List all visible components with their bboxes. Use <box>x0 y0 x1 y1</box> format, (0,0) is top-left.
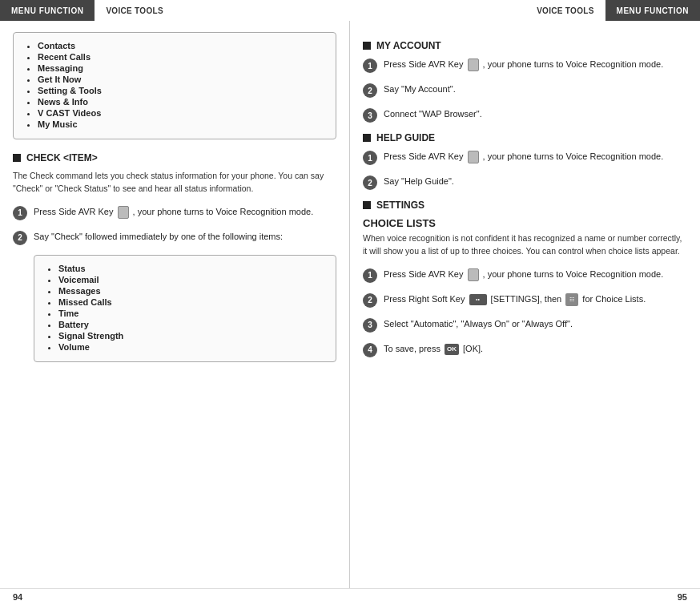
help-guide-step-2-text: Say "Help Guide". <box>384 175 687 188</box>
list-item: Get It Now <box>38 75 324 84</box>
choice-lists-heading: CHOICE LISTS <box>363 217 687 229</box>
check-item-description: The Check command lets you check status … <box>13 170 336 196</box>
page-number-left: 94 <box>13 592 22 602</box>
section-square-icon <box>13 154 21 162</box>
list-item: Messaging <box>38 63 324 73</box>
check-list: Status Voicemail Messages Missed Calls T… <box>46 264 324 352</box>
my-account-title: MY ACCOUNT <box>376 40 441 51</box>
list-item: Contacts <box>38 41 324 50</box>
check-item-heading: CHECK <ITEM> <box>13 152 336 163</box>
step-num-1: 1 <box>363 151 377 165</box>
section-square-icon <box>363 134 371 142</box>
step-num-1: 1 <box>363 58 377 73</box>
section-square-icon <box>363 42 371 50</box>
list-item: Battery <box>58 320 324 329</box>
step-num-2: 2 <box>363 83 377 98</box>
help-guide-step-2: 2 Say "Help Guide". <box>363 175 687 190</box>
list-item: Time <box>58 309 324 318</box>
check-step-1: 1 Press Side AVR Key , your phone turns … <box>13 205 336 220</box>
header-right: VOICE TOOLS MENU FUNCTION <box>350 0 700 21</box>
list-item: Recent Calls <box>38 52 324 62</box>
header-bar: MENU FUNCTION VOICE TOOLS VOICE TOOLS ME… <box>0 0 700 21</box>
step-num-2: 2 <box>363 175 377 190</box>
help-guide-heading: HELP GUIDE <box>363 132 687 143</box>
list-item: Voicemail <box>58 275 324 284</box>
tab-menu-function-right[interactable]: MENU FUNCTION <box>605 0 700 21</box>
choice-lists-description: When voice recognition is not confident … <box>363 232 687 258</box>
avr-key-icon <box>468 58 479 71</box>
header-left: MENU FUNCTION VOICE TOOLS <box>0 0 350 21</box>
step-num-1: 1 <box>363 268 377 283</box>
avr-key-icon <box>468 268 479 281</box>
list-item: Status <box>58 264 324 273</box>
my-account-step-2: 2 Say "My Account". <box>363 83 687 98</box>
settings-key-icon: •• <box>469 294 487 305</box>
settings-heading: SETTINGS <box>363 200 687 211</box>
menu-key-icon: ☷ <box>565 293 578 306</box>
step-num-3: 3 <box>363 108 377 123</box>
my-account-heading: MY ACCOUNT <box>363 40 687 51</box>
settings-title: SETTINGS <box>376 200 424 211</box>
page-wrapper: Contacts Recent Calls Messaging Get It N… <box>0 21 700 588</box>
choice-step-1: 1 Press Side AVR Key , your phone turns … <box>363 268 687 283</box>
tab-voice-tools-right[interactable]: VOICE TOOLS <box>525 0 605 21</box>
choice-step-2: 2 Press Right Soft Key •• [SETTINGS], th… <box>363 292 687 308</box>
section-square-icon <box>363 201 371 209</box>
avr-key-icon <box>118 206 129 219</box>
left-column: Contacts Recent Calls Messaging Get It N… <box>0 21 350 588</box>
choice-step-3: 3 Select "Automatic", "Always On" or "Al… <box>363 317 687 333</box>
choice-step-3-text: Select "Automatic", "Always On" or "Alwa… <box>384 317 687 331</box>
list-item: Messages <box>58 286 324 296</box>
check-step-2: 2 Say "Check" followed immediately by on… <box>13 230 336 245</box>
step-num-4: 4 <box>363 343 377 357</box>
my-account-step-3-text: Connect "WAP Browser". <box>384 107 687 121</box>
list-item: Signal Strength <box>58 331 324 341</box>
page-footer: 94 95 <box>0 588 700 605</box>
my-account-step-1-text: Press Side AVR Key , your phone turns to… <box>384 58 687 71</box>
ok-key-icon: OK <box>445 344 459 355</box>
tab-menu-function-left[interactable]: MENU FUNCTION <box>0 0 95 21</box>
avr-key-icon <box>468 151 479 163</box>
choice-step-2-text: Press Right Soft Key •• [SETTINGS], then… <box>384 292 687 306</box>
tab-voice-tools-left[interactable]: VOICE TOOLS <box>95 0 174 21</box>
step-num-2: 2 <box>13 231 27 245</box>
choice-step-4-text: To save, press OK [OK]. <box>384 342 687 356</box>
choice-step-4: 4 To save, press OK [OK]. <box>363 342 687 357</box>
step-num-3: 3 <box>363 318 377 333</box>
check-step-2-text: Say "Check" followed immediately by one … <box>34 230 336 244</box>
page-number-right: 95 <box>678 592 687 602</box>
menu-list-box: Contacts Recent Calls Messaging Get It N… <box>13 32 336 139</box>
right-column: MY ACCOUNT 1 Press Side AVR Key , your p… <box>350 21 700 588</box>
list-item: My Music <box>38 119 324 129</box>
step-num-2: 2 <box>363 293 377 308</box>
help-guide-step-1-text: Press Side AVR Key , your phone turns to… <box>384 150 687 163</box>
step-num-1: 1 <box>13 206 27 220</box>
menu-list: Contacts Recent Calls Messaging Get It N… <box>25 41 324 129</box>
list-item: Volume <box>58 342 324 352</box>
check-list-box: Status Voicemail Messages Missed Calls T… <box>34 255 336 362</box>
help-guide-step-1: 1 Press Side AVR Key , your phone turns … <box>363 150 687 165</box>
check-item-title: CHECK <ITEM> <box>26 152 98 163</box>
check-step-1-text: Press Side AVR Key , your phone turns to… <box>34 205 336 219</box>
choice-step-1-text: Press Side AVR Key , your phone turns to… <box>384 268 687 281</box>
my-account-step-2-text: Say "My Account". <box>384 83 687 96</box>
help-guide-title: HELP GUIDE <box>376 132 435 143</box>
my-account-step-1: 1 Press Side AVR Key , your phone turns … <box>363 58 687 73</box>
list-item: V CAST Videos <box>38 108 324 118</box>
list-item: News & Info <box>38 97 324 107</box>
list-item: Setting & Tools <box>38 86 324 95</box>
list-item: Missed Calls <box>58 297 324 307</box>
my-account-step-3: 3 Connect "WAP Browser". <box>363 107 687 123</box>
